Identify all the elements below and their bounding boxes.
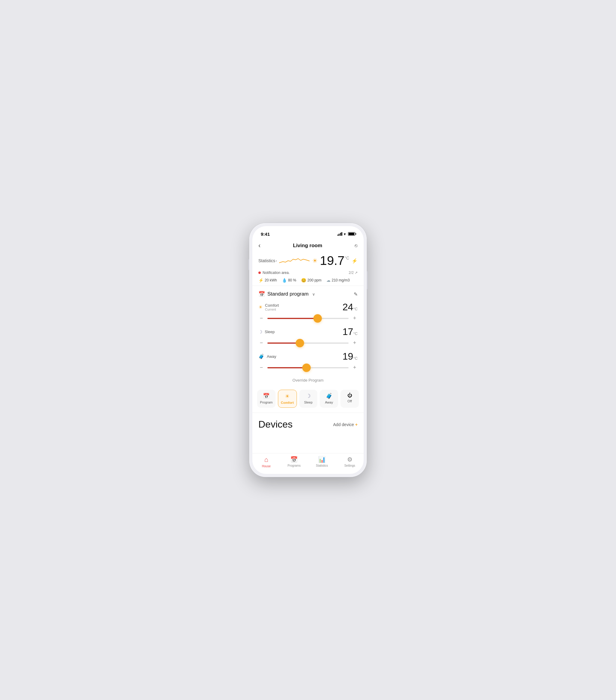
stats-link[interactable]: Statistics › xyxy=(258,258,277,263)
away-minus-button[interactable]: − xyxy=(258,364,264,371)
comfort-mode-button[interactable]: ☀ Comfort xyxy=(278,390,297,408)
add-device-label: Add device xyxy=(333,422,354,427)
program-btn-label: Program xyxy=(260,401,272,404)
co2-icon: 😊 xyxy=(301,278,306,283)
comfort-sun-icon: ☀ xyxy=(258,304,262,310)
devices-section: Devices Add device + xyxy=(252,414,364,433)
comfort-slider[interactable]: − + xyxy=(258,315,358,322)
page-title: Living room xyxy=(293,243,322,249)
sleep-slider[interactable]: − + xyxy=(258,340,358,346)
sensor-energy: ⚡ 20 kWh xyxy=(258,278,277,283)
settings-nav-label: Settings xyxy=(344,464,355,467)
sleep-slider-thumb[interactable] xyxy=(296,339,304,347)
sensor-row: ⚡ 20 kWh 💧 80 % 😊 200 ppm ☁ 210 mg/m3 xyxy=(252,276,364,285)
program-btn-icon: 📅 xyxy=(263,393,270,399)
program-title[interactable]: 📅 Standard program ∨ xyxy=(258,291,315,297)
current-temp-display: 19.7 °C xyxy=(320,254,349,267)
nav-programs[interactable]: 📅 Programs xyxy=(280,456,308,468)
phone-screen: 9:41 ▾ ‹ Living room ⎋ xyxy=(252,226,364,474)
sleep-btn-label: Sleep xyxy=(304,401,312,404)
comfort-sublabel: Current xyxy=(265,308,279,311)
programs-nav-icon: 📅 xyxy=(290,456,298,463)
program-calendar-icon: 📅 xyxy=(258,291,265,297)
mode-buttons-row: 📅 Program ☀ Comfort ☽ Sleep 🧳 Away ⏻ xyxy=(252,387,364,411)
status-icons: ▾ xyxy=(337,232,356,236)
override-program-button[interactable]: Override Program xyxy=(258,376,358,385)
away-label: Away xyxy=(267,354,276,359)
notification-dot xyxy=(258,272,261,274)
screen-content: ‹ Living room ⎋ Statistics › ☀ 19.7 °C xyxy=(252,239,364,453)
statistics-nav-icon: 📊 xyxy=(318,456,326,463)
off-btn-label: Off xyxy=(347,399,352,403)
humidity-value: 80 % xyxy=(288,278,296,282)
sleep-slider-fill xyxy=(267,342,300,344)
sleep-label: Sleep xyxy=(265,329,275,334)
away-mode-button[interactable]: 🧳 Away xyxy=(320,390,338,408)
house-nav-label: House xyxy=(262,465,271,468)
sleep-temperature: 17°C xyxy=(343,326,358,337)
devices-title: Devices xyxy=(258,419,293,430)
comfort-mode-row: ☀ Comfort Current 24°C xyxy=(258,302,358,313)
dust-icon: ☁ xyxy=(327,278,331,283)
sparkline-chart xyxy=(279,256,309,265)
comfort-label: Comfort xyxy=(265,303,279,308)
stats-label-text: Statistics xyxy=(258,258,275,263)
notification-count[interactable]: 2/2 ↗ xyxy=(349,271,358,275)
program-edit-button[interactable]: ✎ xyxy=(354,291,358,297)
sensor-co2: 😊 200 ppm xyxy=(301,278,322,283)
divider-2 xyxy=(252,413,364,413)
phone-frame: 9:41 ▾ ‹ Living room ⎋ xyxy=(249,223,367,477)
divider-1 xyxy=(252,286,364,286)
sleep-mode-button[interactable]: ☽ Sleep xyxy=(299,390,318,408)
notification-text: Notification area. xyxy=(262,271,289,275)
sleep-mode-section: ☽ Sleep 17°C − + xyxy=(258,326,358,346)
nav-statistics[interactable]: 📊 Statistics xyxy=(308,456,336,468)
header-edit-button[interactable]: ⎋ xyxy=(355,243,358,248)
dust-value: 210 mg/m3 xyxy=(332,278,350,282)
battery-icon xyxy=(348,232,355,236)
away-slider-track[interactable] xyxy=(267,367,349,368)
program-mode-button[interactable]: 📅 Program xyxy=(257,390,275,408)
comfort-slider-track[interactable] xyxy=(267,318,349,319)
program-header: 📅 Standard program ∨ ✎ xyxy=(258,291,358,297)
comfort-btn-icon: ☀ xyxy=(285,393,289,400)
off-mode-button[interactable]: ⏻ Off xyxy=(341,390,359,408)
back-button[interactable]: ‹ xyxy=(258,242,260,250)
statistics-nav-label: Statistics xyxy=(316,464,328,467)
away-slider[interactable]: − + xyxy=(258,364,358,371)
off-btn-icon: ⏻ xyxy=(347,393,352,398)
add-device-button[interactable]: Add device + xyxy=(333,422,358,427)
away-btn-icon: 🧳 xyxy=(326,393,332,399)
signal-icon xyxy=(337,232,343,236)
away-mode-section: 🧳 Away 19°C − + xyxy=(258,351,358,371)
stats-row: Statistics › ☀ 19.7 °C ⚡ xyxy=(252,253,364,270)
programs-nav-label: Programs xyxy=(287,464,300,467)
away-plus-button[interactable]: + xyxy=(352,364,358,371)
stats-chevron: › xyxy=(276,259,277,262)
devices-header: Devices Add device + xyxy=(258,419,358,430)
away-btn-label: Away xyxy=(325,401,333,404)
energy-icon: ⚡ xyxy=(258,278,263,283)
comfort-minus-button[interactable]: − xyxy=(258,315,264,322)
comfort-slider-thumb[interactable] xyxy=(313,314,322,323)
away-mode-row: 🧳 Away 19°C xyxy=(258,351,358,362)
nav-settings[interactable]: ⚙ Settings xyxy=(336,456,364,468)
away-slider-thumb[interactable] xyxy=(302,364,311,372)
sleep-minus-button[interactable]: − xyxy=(258,340,264,346)
settings-nav-icon: ⚙ xyxy=(347,456,353,463)
sleep-plus-button[interactable]: + xyxy=(352,340,358,346)
status-time: 9:41 xyxy=(261,232,270,237)
notch xyxy=(290,226,326,235)
sleep-slider-track[interactable] xyxy=(267,342,349,344)
sleep-moon-icon: ☽ xyxy=(258,329,262,335)
add-plus-icon: + xyxy=(355,422,358,427)
nav-house[interactable]: ⌂ House xyxy=(252,456,280,468)
comfort-plus-button[interactable]: + xyxy=(352,315,358,322)
energy-value: 20 kWh xyxy=(265,278,277,282)
humidity-icon: 💧 xyxy=(282,278,287,283)
bolt-icon: ⚡ xyxy=(352,258,358,264)
program-name: Standard program xyxy=(267,291,309,297)
comfort-slider-fill xyxy=(267,318,318,319)
comfort-btn-label: Comfort xyxy=(281,401,294,404)
sleep-btn-icon: ☽ xyxy=(306,393,311,399)
